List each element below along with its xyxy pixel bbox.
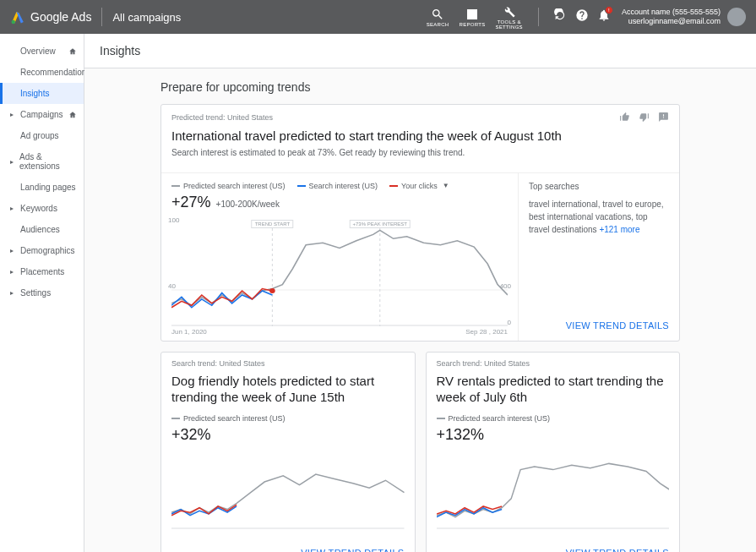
svg-point-5 — [269, 288, 275, 293]
tools-settings-tool[interactable]: TOOLS & SETTINGS — [496, 5, 523, 30]
notifications-button[interactable]: ! — [597, 8, 611, 25]
product-name: Google Ads — [30, 10, 91, 24]
google-ads-logo-icon — [10, 9, 25, 25]
card-meta-label: Predicted trend: United States — [171, 113, 273, 122]
sidebar-item-insights[interactable]: Insights — [0, 83, 84, 104]
search-tool[interactable]: SEARCH — [427, 8, 449, 27]
help-icon — [575, 8, 589, 22]
trend-card-dog-friendly-hotels: Search trend: United States Dog friendly… — [160, 352, 416, 553]
divider — [101, 8, 102, 26]
sidebar-item-ads-extensions[interactable]: ▸Ads & extensions — [0, 146, 84, 177]
sidebar-item-audiences[interactable]: Audiences — [0, 219, 84, 240]
refresh-icon — [553, 8, 567, 22]
scope-label[interactable]: All campaigns — [112, 11, 181, 24]
trend-chart-small — [437, 449, 670, 529]
card-headline: RV rentals predicted to start trending t… — [437, 373, 670, 406]
view-trend-details-button[interactable]: VIEW TREND DETAILS — [566, 548, 669, 553]
sidebar-item-campaigns[interactable]: ▸Campaigns — [0, 104, 84, 125]
search-icon — [431, 8, 444, 21]
page-title: Insights — [84, 34, 756, 68]
feedback-comment-icon[interactable] — [658, 112, 669, 123]
feedback-controls — [619, 112, 669, 123]
your-clicks-dropdown[interactable]: Your clicks▼ — [389, 182, 449, 190]
sidebar-item-settings[interactable]: ▸Settings — [0, 282, 84, 303]
view-trend-details-button[interactable]: VIEW TREND DETAILS — [566, 320, 669, 331]
section-title: Prepare for upcoming trends — [160, 80, 680, 94]
sidebar-item-ad-groups[interactable]: Ad groups — [0, 125, 84, 146]
top-searches-heading: Top searches — [529, 182, 669, 191]
trend-start-marker: TREND START — [252, 220, 293, 228]
more-searches-link[interactable]: +121 more — [599, 225, 639, 234]
home-icon — [68, 111, 77, 119]
card-headline: International travel predicted to start … — [171, 128, 669, 145]
sidebar-item-recommendations[interactable]: Recommendations — [0, 62, 84, 83]
thumbs-down-icon[interactable] — [639, 112, 650, 123]
account-info[interactable]: Account name (555-555-555) userloginname… — [622, 8, 721, 26]
help-button[interactable] — [575, 8, 589, 25]
metric-percent: +27% — [171, 194, 211, 211]
trend-chart: 100 40 400 0 TREND START +73% PEAK INTER… — [171, 216, 508, 326]
metric-volume: +100-200K/week — [216, 199, 280, 209]
reports-tool[interactable]: REPORTS — [460, 8, 486, 27]
trend-card-international-travel: Predicted trend: United States Internati… — [160, 104, 680, 342]
chart-legend: Predicted search interest (US) Search in… — [171, 182, 508, 190]
sidebar-item-overview[interactable]: Overview — [0, 41, 84, 62]
sidebar-item-placements[interactable]: ▸Placements — [0, 261, 84, 282]
main-content: Insights Prepare for upcoming trends Pre… — [84, 34, 756, 552]
card-headline: Dog friendly hotels predicted to start t… — [171, 373, 405, 406]
sidebar-item-keywords[interactable]: ▸Keywords — [0, 198, 84, 219]
product-logo[interactable]: Google Ads — [10, 9, 91, 25]
refresh-button[interactable] — [553, 8, 567, 25]
svg-point-0 — [12, 20, 16, 25]
trend-card-rv-rentals: Search trend: United States RV rentals p… — [426, 352, 681, 553]
card-subtext: Search interest is estimated to peak at … — [171, 148, 669, 157]
thumbs-up-icon[interactable] — [619, 112, 630, 123]
wrench-icon — [503, 5, 516, 19]
divider — [538, 8, 539, 26]
sidebar-item-demographics[interactable]: ▸Demographics — [0, 240, 84, 261]
sidebar-item-landing-pages[interactable]: Landing pages — [0, 177, 84, 198]
alert-badge: ! — [605, 6, 613, 14]
home-icon — [68, 47, 77, 56]
sidebar: OverviewRecommendationsInsights▸Campaign… — [0, 34, 84, 552]
app-header: Google Ads All campaigns SEARCH REPORTS … — [0, 0, 756, 34]
top-searches-list: travel international, travel to europe, … — [529, 198, 669, 236]
avatar[interactable] — [727, 8, 746, 26]
view-trend-details-button[interactable]: VIEW TREND DETAILS — [301, 548, 404, 553]
reports-icon — [465, 8, 479, 21]
peak-interest-marker: +73% PEAK INTEREST — [349, 220, 411, 228]
trend-chart-small — [171, 449, 405, 529]
